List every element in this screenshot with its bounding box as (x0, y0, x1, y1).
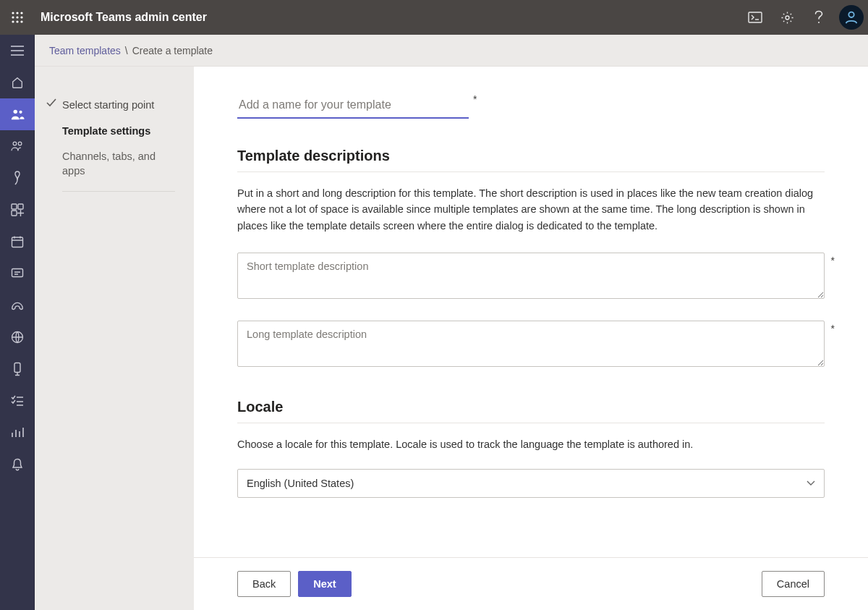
svg-rect-19 (12, 211, 17, 216)
calendar-icon (11, 235, 24, 248)
bell-icon (12, 458, 23, 471)
section-divider (237, 423, 825, 423)
rail-item-locations[interactable] (0, 321, 35, 353)
step-channels-tabs-apps[interactable]: · Channels, tabs, and apps (43, 144, 179, 184)
step-select-starting-point[interactable]: Select starting point (43, 93, 179, 119)
svg-point-10 (786, 16, 789, 20)
rail-item-devices[interactable] (0, 162, 35, 194)
shell-promo-button[interactable] (739, 0, 771, 35)
waffle-icon (12, 12, 23, 23)
required-indicator: * (473, 94, 477, 104)
descriptions-help-text: Put in a short and long description for … (237, 185, 825, 234)
app-launcher-button[interactable] (0, 0, 35, 35)
phone-icon (10, 300, 25, 311)
wizard-footer: Back Next Cancel (194, 557, 868, 610)
cancel-button[interactable]: Cancel (762, 571, 825, 597)
svg-point-16 (18, 142, 22, 145)
breadcrumb-separator: \ (125, 45, 128, 56)
devices-icon (12, 171, 23, 185)
shell-promo-icon (748, 12, 762, 23)
app-title: Microsoft Teams admin center (41, 11, 207, 24)
rail-item-meetings[interactable] (0, 226, 35, 258)
step-label: Template settings (62, 124, 150, 139)
svg-rect-17 (12, 204, 17, 209)
breadcrumb: Team templates \ Create a template (35, 35, 868, 67)
svg-point-13 (13, 110, 17, 114)
svg-point-1 (16, 12, 18, 14)
template-name-input[interactable] (237, 94, 469, 119)
svg-point-0 (12, 12, 14, 14)
svg-rect-18 (18, 204, 23, 209)
step-template-settings[interactable]: · Template settings (43, 119, 179, 145)
analytics-icon (11, 427, 24, 439)
locale-help-text: Choose a locale for this template. Local… (237, 436, 825, 452)
long-description-input[interactable] (237, 321, 825, 367)
help-button[interactable] (803, 0, 835, 35)
rail-item-analytics[interactable] (0, 417, 35, 449)
back-button[interactable]: Back (237, 571, 291, 597)
left-nav-rail (0, 35, 35, 610)
svg-point-5 (20, 16, 22, 18)
content-pane: * Template descriptions Put in a short a… (194, 67, 868, 610)
locale-heading: Locale (237, 399, 825, 415)
rail-item-users[interactable] (0, 130, 35, 162)
rail-toggle[interactable] (0, 35, 35, 67)
svg-point-7 (16, 20, 18, 22)
svg-rect-21 (12, 269, 22, 277)
svg-point-11 (818, 22, 820, 23)
teams-icon (10, 108, 25, 121)
rail-item-apps[interactable] (0, 194, 35, 226)
steps-divider (62, 191, 175, 192)
svg-point-14 (19, 111, 22, 114)
rail-item-voice[interactable] (0, 289, 35, 321)
hamburger-icon (11, 46, 24, 56)
avatar-icon (843, 9, 859, 25)
svg-point-15 (13, 142, 17, 145)
svg-point-12 (848, 12, 854, 17)
users-icon (10, 140, 25, 152)
required-indicator: * (831, 255, 835, 266)
svg-rect-9 (749, 12, 762, 22)
rail-item-policy[interactable] (0, 353, 35, 385)
step-label: Select starting point (62, 98, 154, 113)
checklist-icon (11, 395, 24, 407)
descriptions-heading: Template descriptions (237, 148, 825, 164)
locale-selected-value: English (United States) (247, 478, 354, 489)
svg-point-8 (20, 20, 22, 22)
account-avatar[interactable] (839, 5, 864, 30)
question-icon (814, 10, 823, 25)
wizard-steps: Select starting point · Template setting… (35, 67, 194, 610)
rail-item-dashboard[interactable] (0, 67, 35, 98)
gear-icon (780, 11, 794, 25)
locale-select[interactable]: English (United States) (237, 469, 825, 498)
top-bar: Microsoft Teams admin center (0, 0, 868, 35)
section-divider (237, 171, 825, 172)
policy-icon (12, 362, 22, 376)
rail-item-messaging[interactable] (0, 258, 35, 289)
svg-point-2 (20, 12, 22, 14)
check-icon (46, 98, 62, 113)
svg-rect-20 (12, 237, 22, 247)
short-description-input[interactable] (237, 253, 825, 299)
home-icon (11, 76, 24, 89)
svg-point-3 (12, 16, 14, 18)
required-indicator: * (831, 323, 835, 334)
chat-icon (11, 267, 24, 280)
breadcrumb-current: Create a template (132, 45, 213, 56)
settings-button[interactable] (771, 0, 803, 35)
breadcrumb-parent-link[interactable]: Team templates (49, 45, 121, 56)
svg-rect-23 (14, 363, 20, 373)
chevron-down-icon (807, 480, 815, 486)
apps-icon (11, 203, 24, 216)
step-label: Channels, tabs, and apps (62, 150, 176, 178)
svg-point-6 (12, 20, 14, 22)
globe-icon (11, 331, 24, 344)
rail-item-notifications[interactable] (0, 449, 35, 480)
rail-item-teams[interactable] (0, 98, 35, 130)
next-button[interactable]: Next (298, 571, 351, 597)
svg-point-4 (16, 16, 18, 18)
rail-item-planning[interactable] (0, 385, 35, 417)
